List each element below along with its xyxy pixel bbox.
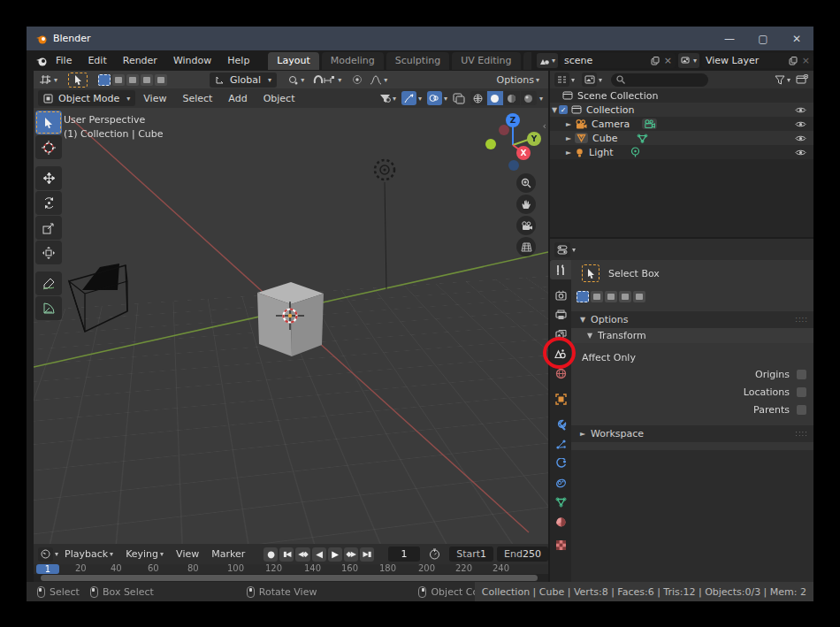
light-object[interactable]	[375, 160, 394, 180]
timeline-scrollbar-track[interactable]	[34, 574, 548, 582]
xray-toggle[interactable]	[453, 93, 465, 104]
active-tool-button[interactable]: ▾	[39, 74, 57, 85]
timeline-menu-marker[interactable]: Marker	[205, 544, 251, 564]
menu-render[interactable]: Render	[115, 50, 165, 71]
tab-modeling[interactable]: Modeling	[322, 52, 384, 70]
shading-dropdown[interactable]: ▾	[539, 95, 543, 103]
origins-checkbox[interactable]	[797, 370, 806, 379]
object-visibility-dropdown[interactable]: ▾	[379, 94, 396, 103]
shading-solid-button[interactable]	[487, 91, 503, 105]
close-button[interactable]: ✕	[780, 27, 813, 50]
title-bar[interactable]: Blender — ▢ ✕	[27, 27, 813, 50]
properties-editor-type-button[interactable]: ▾	[554, 242, 576, 257]
tab-material-properties[interactable]	[550, 512, 571, 531]
outliner-row-cube[interactable]: ► Cube	[550, 131, 813, 145]
remove-view-layer-icon[interactable]: ×	[802, 55, 810, 66]
record-button[interactable]: ●	[263, 547, 278, 562]
perspective-toggle-button[interactable]	[516, 237, 536, 256]
light-data-icon[interactable]	[630, 147, 640, 157]
tab-layout[interactable]: Layout	[268, 52, 318, 70]
axis-neg-x-ball[interactable]	[499, 125, 509, 135]
zoom-button[interactable]	[516, 173, 536, 193]
expand-icon[interactable]: ►	[564, 134, 573, 142]
tool-measure[interactable]	[35, 296, 62, 320]
tab-modifier-properties[interactable]	[550, 415, 571, 434]
timeline-menu-view[interactable]: View	[170, 544, 205, 564]
menu-edit[interactable]: Edit	[80, 50, 114, 71]
unlink-scene-icon[interactable]: ×	[664, 55, 672, 66]
hide-toggle-eye-icon[interactable]	[795, 106, 806, 114]
expand-icon[interactable]: ▼	[550, 106, 559, 114]
tab-texture-paint[interactable]: Texture Paint	[523, 52, 531, 70]
axis-y-ball[interactable]: Y	[527, 132, 541, 146]
select-mode-intersect[interactable]	[633, 291, 645, 302]
tab-data-properties[interactable]	[550, 493, 571, 512]
viewport-3d[interactable]: User Perspective (1) Collection | Cube	[34, 108, 548, 544]
expand-icon[interactable]: ►	[564, 120, 573, 128]
pan-button[interactable]	[516, 195, 536, 214]
view-layer-field[interactable]: View Layer ×	[702, 53, 813, 68]
next-keyframe-button[interactable]: ◆▶	[344, 547, 358, 562]
tab-render-properties[interactable]	[550, 286, 571, 305]
tab-sculpting[interactable]: Sculpting	[386, 52, 449, 70]
tab-output-properties[interactable]	[550, 305, 571, 325]
axis-neg-z-ball[interactable]	[508, 160, 519, 171]
select-mode-set[interactable]	[98, 74, 111, 86]
panel-grip-icon[interactable]: ::::	[795, 316, 808, 324]
parents-checkbox[interactable]	[797, 405, 806, 415]
snap-target-dropdown[interactable]: ▾	[287, 74, 304, 86]
tab-constraint-properties[interactable]	[550, 473, 571, 493]
outliner-row-light[interactable]: ► Light	[550, 145, 813, 159]
new-view-layer-icon[interactable]	[789, 57, 798, 65]
timeline-scrollbar[interactable]	[41, 575, 538, 581]
outliner-editor-type-button[interactable]: ▾	[554, 73, 575, 87]
timeline-menu-playback[interactable]: Playback▾	[58, 544, 119, 564]
tool-annotate[interactable]	[35, 271, 62, 295]
sidebar-toggle-icon[interactable]: ‹	[543, 120, 546, 132]
tab-object-properties[interactable]	[550, 389, 571, 409]
new-collection-button[interactable]	[796, 74, 808, 85]
outliner-search-input[interactable]	[611, 73, 708, 87]
hide-toggle-eye-icon[interactable]	[795, 120, 806, 128]
tab-particle-properties[interactable]	[550, 434, 571, 454]
proportional-falloff-dropdown[interactable]: ▾	[370, 75, 387, 85]
timeline-ruler[interactable]: 20 40 60 80 100 120 140 160 180 200 220 …	[34, 564, 548, 574]
shading-rendered-button[interactable]	[521, 91, 537, 105]
prev-keyframe-button[interactable]: ◀◆	[295, 547, 309, 562]
snap-toggle-dropdown[interactable]: ▾	[313, 74, 341, 85]
mesh-data-icon[interactable]	[637, 134, 648, 143]
jump-to-start-button[interactable]: ▮◀	[279, 547, 294, 562]
vp-menu-select[interactable]: Select	[174, 88, 220, 109]
tool-move[interactable]	[35, 166, 62, 190]
scene-browse-button[interactable]: ▾	[537, 53, 558, 68]
timeline-editor-type-button[interactable]: ▾	[38, 547, 58, 562]
outliner-row-scene-collection[interactable]: Scene Collection	[550, 88, 813, 103]
jump-to-end-button[interactable]: ▶▮	[360, 547, 374, 562]
mode-dropdown[interactable]: Object Mode ▾	[38, 90, 135, 106]
tab-physics-properties[interactable]	[550, 454, 571, 473]
vp-menu-add[interactable]: Add	[220, 88, 255, 109]
timeline-menu-keying[interactable]: Keying▾	[119, 544, 170, 564]
select-mode-subtract[interactable]	[126, 74, 139, 86]
frame-start-field[interactable]: Start1	[449, 547, 493, 562]
axis-z-ball[interactable]: Z	[506, 113, 520, 127]
view-layer-browse-button[interactable]: ▾	[678, 53, 699, 68]
outliner-row-camera[interactable]: ► Camera	[550, 117, 813, 131]
vp-menu-view[interactable]: View	[135, 88, 174, 109]
current-frame-field[interactable]: 1	[388, 547, 420, 562]
outliner-display-mode-button[interactable]: ▾	[582, 73, 602, 87]
select-box-tool-button[interactable]	[68, 73, 88, 88]
play-reverse-button[interactable]: ◀	[312, 547, 326, 562]
app-menu-icon[interactable]	[35, 56, 48, 66]
camera-view-button[interactable]	[516, 216, 536, 235]
locations-checkbox[interactable]	[797, 387, 806, 397]
camera-data-icon[interactable]	[642, 119, 657, 129]
collection-checkbox[interactable]: ✓	[559, 105, 568, 114]
menu-window[interactable]: Window	[165, 50, 219, 71]
orientation-dropdown[interactable]: Global ▾	[210, 73, 277, 88]
tool-transform[interactable]	[35, 241, 62, 264]
options-panel-header[interactable]: ▼Options ::::	[571, 311, 813, 328]
select-mode-invert[interactable]	[141, 74, 153, 86]
tab-texture-properties[interactable]	[550, 535, 571, 554]
tab-uv-editing[interactable]: UV Editing	[452, 52, 520, 70]
